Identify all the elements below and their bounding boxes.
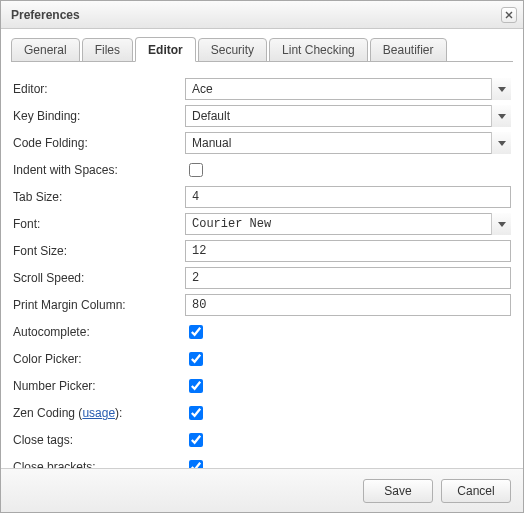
close-button[interactable] (501, 7, 517, 23)
editor-select[interactable] (185, 78, 511, 100)
font-select[interactable] (185, 213, 511, 235)
print-margin-input[interactable] (185, 294, 511, 316)
number-picker-checkbox[interactable] (189, 379, 203, 393)
color-picker-label: Color Picker: (13, 352, 185, 366)
titlebar: Preferences (1, 1, 523, 29)
tab-size-input[interactable] (185, 186, 511, 208)
autocomplete-checkbox[interactable] (189, 325, 203, 339)
close-brackets-checkbox[interactable] (189, 460, 203, 468)
font-label: Font: (13, 217, 185, 231)
close-tags-label: Close tags: (13, 433, 185, 447)
tab-beautifier[interactable]: Beautifier (370, 38, 447, 62)
tab-editor[interactable]: Editor (135, 37, 196, 62)
font-size-input[interactable] (185, 240, 511, 262)
close-brackets-label: Close brackets: (13, 460, 185, 468)
save-button[interactable]: Save (363, 479, 433, 503)
zen-coding-usage-link[interactable]: usage (82, 406, 115, 420)
zen-coding-checkbox[interactable] (189, 406, 203, 420)
close-icon (505, 11, 513, 19)
color-picker-checkbox[interactable] (189, 352, 203, 366)
cancel-button[interactable]: Cancel (441, 479, 511, 503)
tab-lint-checking[interactable]: Lint Checking (269, 38, 368, 62)
number-picker-label: Number Picker: (13, 379, 185, 393)
dialog-body: General Files Editor Security Lint Check… (1, 29, 523, 468)
tab-general[interactable]: General (11, 38, 80, 62)
code-folding-select[interactable] (185, 132, 511, 154)
key-binding-select[interactable] (185, 105, 511, 127)
window-title: Preferences (11, 8, 501, 22)
key-binding-label: Key Binding: (13, 109, 185, 123)
indent-spaces-label: Indent with Spaces: (13, 163, 185, 177)
preferences-dialog: Preferences General Files Editor Securit… (0, 0, 524, 513)
code-folding-label: Code Folding: (13, 136, 185, 150)
dialog-footer: Save Cancel (1, 468, 523, 512)
tab-size-label: Tab Size: (13, 190, 185, 204)
scroll-speed-input[interactable] (185, 267, 511, 289)
zen-coding-label: Zen Coding (usage): (13, 406, 185, 420)
scroll-speed-label: Scroll Speed: (13, 271, 185, 285)
close-tags-checkbox[interactable] (189, 433, 203, 447)
font-size-label: Font Size: (13, 244, 185, 258)
indent-spaces-checkbox[interactable] (189, 163, 203, 177)
tab-files[interactable]: Files (82, 38, 133, 62)
editor-label: Editor: (13, 82, 185, 96)
print-margin-label: Print Margin Column: (13, 298, 185, 312)
tab-bar: General Files Editor Security Lint Check… (11, 37, 513, 62)
autocomplete-label: Autocomplete: (13, 325, 185, 339)
tab-security[interactable]: Security (198, 38, 267, 62)
tab-panel-editor: Editor: Key Binding: Code (11, 62, 513, 468)
